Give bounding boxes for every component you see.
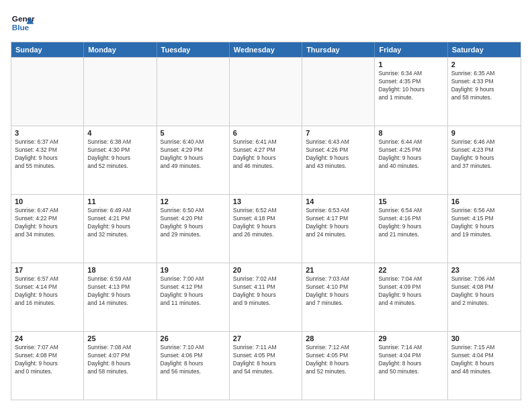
day-number: 28 [306, 334, 371, 342]
calendar-row-2: 3Sunrise: 6:37 AM Sunset: 4:32 PM Daylig… [11, 126, 521, 194]
day-info: Sunrise: 6:50 AM Sunset: 4:20 PM Dayligh… [161, 207, 226, 239]
day-info: Sunrise: 6:37 AM Sunset: 4:32 PM Dayligh… [15, 138, 80, 171]
cal-cell-16: 16Sunrise: 6:56 AM Sunset: 4:15 PM Dayli… [448, 195, 521, 263]
header: General Blue [11, 11, 521, 35]
day-info: Sunrise: 6:34 AM Sunset: 4:35 PM Dayligh… [378, 70, 443, 102]
day-info: Sunrise: 6:41 AM Sunset: 4:27 PM Dayligh… [233, 138, 298, 171]
day-info: Sunrise: 7:10 AM Sunset: 4:06 PM Dayligh… [161, 344, 226, 376]
cal-cell-empty-1 [84, 58, 157, 126]
day-info: Sunrise: 6:52 AM Sunset: 4:18 PM Dayligh… [233, 207, 298, 239]
day-info: Sunrise: 6:59 AM Sunset: 4:13 PM Dayligh… [87, 275, 152, 308]
day-info: Sunrise: 7:03 AM Sunset: 4:10 PM Dayligh… [306, 275, 371, 308]
day-number: 18 [87, 266, 152, 274]
day-number: 20 [233, 266, 298, 274]
day-info: Sunrise: 7:04 AM Sunset: 4:09 PM Dayligh… [378, 275, 443, 308]
calendar-row-5: 24Sunrise: 7:07 AM Sunset: 4:08 PM Dayli… [11, 331, 521, 400]
day-info: Sunrise: 6:49 AM Sunset: 4:21 PM Dayligh… [87, 207, 152, 239]
day-number: 25 [87, 334, 152, 342]
cal-cell-empty-2 [157, 58, 230, 126]
day-number: 10 [15, 197, 80, 205]
day-number: 15 [378, 197, 443, 205]
cal-cell-empty-0 [11, 58, 84, 126]
day-number: 5 [161, 129, 226, 137]
cal-cell-19: 19Sunrise: 7:00 AM Sunset: 4:12 PM Dayli… [157, 263, 230, 331]
day-number: 8 [378, 129, 443, 137]
day-info: Sunrise: 6:57 AM Sunset: 4:14 PM Dayligh… [15, 275, 80, 308]
calendar-header: SundayMondayTuesdayWednesdayThursdayFrid… [11, 42, 521, 57]
day-number: 7 [306, 129, 371, 137]
calendar-row-1: 1Sunrise: 6:34 AM Sunset: 4:35 PM Daylig… [11, 57, 521, 126]
cal-cell-5: 5Sunrise: 6:40 AM Sunset: 4:29 PM Daylig… [157, 126, 230, 194]
day-info: Sunrise: 7:14 AM Sunset: 4:04 PM Dayligh… [378, 344, 443, 376]
day-number: 30 [451, 334, 517, 342]
day-number: 16 [451, 197, 517, 205]
day-number: 13 [233, 197, 298, 205]
day-number: 14 [306, 197, 371, 205]
calendar-row-3: 10Sunrise: 6:47 AM Sunset: 4:22 PM Dayli… [11, 194, 521, 263]
day-info: Sunrise: 7:11 AM Sunset: 4:05 PM Dayligh… [233, 344, 298, 376]
day-number: 24 [15, 334, 80, 342]
cal-cell-9: 9Sunrise: 6:46 AM Sunset: 4:23 PM Daylig… [448, 126, 521, 194]
day-info: Sunrise: 7:08 AM Sunset: 4:07 PM Dayligh… [87, 344, 152, 376]
cal-cell-4: 4Sunrise: 6:38 AM Sunset: 4:30 PM Daylig… [84, 126, 157, 194]
cal-cell-2: 2Sunrise: 6:35 AM Sunset: 4:33 PM Daylig… [448, 58, 521, 126]
day-number: 3 [15, 129, 80, 137]
weekday-header-monday: Monday [84, 42, 157, 57]
cal-cell-12: 12Sunrise: 6:50 AM Sunset: 4:20 PM Dayli… [157, 195, 230, 263]
cal-cell-10: 10Sunrise: 6:47 AM Sunset: 4:22 PM Dayli… [11, 195, 84, 263]
day-number: 23 [451, 266, 517, 274]
day-info: Sunrise: 7:07 AM Sunset: 4:08 PM Dayligh… [15, 344, 80, 376]
cal-cell-25: 25Sunrise: 7:08 AM Sunset: 4:07 PM Dayli… [84, 332, 157, 400]
day-number: 2 [451, 60, 517, 68]
cal-cell-24: 24Sunrise: 7:07 AM Sunset: 4:08 PM Dayli… [11, 332, 84, 400]
cal-cell-1: 1Sunrise: 6:34 AM Sunset: 4:35 PM Daylig… [375, 58, 447, 126]
calendar-body: 1Sunrise: 6:34 AM Sunset: 4:35 PM Daylig… [11, 57, 521, 400]
cal-cell-27: 27Sunrise: 7:11 AM Sunset: 4:05 PM Dayli… [230, 332, 302, 400]
day-number: 9 [451, 129, 517, 137]
day-info: Sunrise: 6:35 AM Sunset: 4:33 PM Dayligh… [451, 70, 517, 102]
weekday-header-thursday: Thursday [302, 42, 375, 57]
cal-cell-empty-3 [230, 58, 302, 126]
day-number: 1 [378, 60, 443, 68]
day-number: 12 [161, 197, 226, 205]
day-info: Sunrise: 6:53 AM Sunset: 4:17 PM Dayligh… [306, 207, 371, 239]
cal-cell-18: 18Sunrise: 6:59 AM Sunset: 4:13 PM Dayli… [84, 263, 157, 331]
day-number: 26 [161, 334, 226, 342]
cal-cell-28: 28Sunrise: 7:12 AM Sunset: 4:05 PM Dayli… [302, 332, 375, 400]
day-info: Sunrise: 6:40 AM Sunset: 4:29 PM Dayligh… [161, 138, 226, 171]
cal-cell-22: 22Sunrise: 7:04 AM Sunset: 4:09 PM Dayli… [375, 263, 447, 331]
day-info: Sunrise: 7:06 AM Sunset: 4:08 PM Dayligh… [451, 275, 517, 308]
weekday-header-tuesday: Tuesday [157, 42, 230, 57]
cal-cell-21: 21Sunrise: 7:03 AM Sunset: 4:10 PM Dayli… [302, 263, 375, 331]
cal-cell-7: 7Sunrise: 6:43 AM Sunset: 4:26 PM Daylig… [302, 126, 375, 194]
logo: General Blue [11, 11, 35, 35]
day-info: Sunrise: 6:54 AM Sunset: 4:16 PM Dayligh… [378, 207, 443, 239]
cal-cell-3: 3Sunrise: 6:37 AM Sunset: 4:32 PM Daylig… [11, 126, 84, 194]
day-info: Sunrise: 6:38 AM Sunset: 4:30 PM Dayligh… [87, 138, 152, 171]
day-info: Sunrise: 7:12 AM Sunset: 4:05 PM Dayligh… [306, 344, 371, 376]
day-number: 27 [233, 334, 298, 342]
day-number: 21 [306, 266, 371, 274]
day-info: Sunrise: 6:46 AM Sunset: 4:23 PM Dayligh… [451, 138, 517, 171]
cal-cell-14: 14Sunrise: 6:53 AM Sunset: 4:17 PM Dayli… [302, 195, 375, 263]
cal-cell-17: 17Sunrise: 6:57 AM Sunset: 4:14 PM Dayli… [11, 263, 84, 331]
logo-icon: General Blue [11, 11, 35, 35]
day-number: 17 [15, 266, 80, 274]
page: General Blue SundayMondayTuesdayWednesda… [0, 0, 532, 411]
day-number: 29 [378, 334, 443, 342]
day-info: Sunrise: 6:56 AM Sunset: 4:15 PM Dayligh… [451, 207, 517, 239]
day-number: 4 [87, 129, 152, 137]
cal-cell-empty-4 [302, 58, 375, 126]
weekday-header-saturday: Saturday [448, 42, 521, 57]
day-number: 19 [161, 266, 226, 274]
cal-cell-8: 8Sunrise: 6:44 AM Sunset: 4:25 PM Daylig… [375, 126, 447, 194]
day-info: Sunrise: 7:00 AM Sunset: 4:12 PM Dayligh… [161, 275, 226, 308]
day-info: Sunrise: 6:47 AM Sunset: 4:22 PM Dayligh… [15, 207, 80, 239]
cal-cell-29: 29Sunrise: 7:14 AM Sunset: 4:04 PM Dayli… [375, 332, 447, 400]
cal-cell-23: 23Sunrise: 7:06 AM Sunset: 4:08 PM Dayli… [448, 263, 521, 331]
cal-cell-6: 6Sunrise: 6:41 AM Sunset: 4:27 PM Daylig… [230, 126, 302, 194]
cal-cell-20: 20Sunrise: 7:02 AM Sunset: 4:11 PM Dayli… [230, 263, 302, 331]
cal-cell-15: 15Sunrise: 6:54 AM Sunset: 4:16 PM Dayli… [375, 195, 447, 263]
cal-cell-26: 26Sunrise: 7:10 AM Sunset: 4:06 PM Dayli… [157, 332, 230, 400]
day-info: Sunrise: 6:43 AM Sunset: 4:26 PM Dayligh… [306, 138, 371, 171]
